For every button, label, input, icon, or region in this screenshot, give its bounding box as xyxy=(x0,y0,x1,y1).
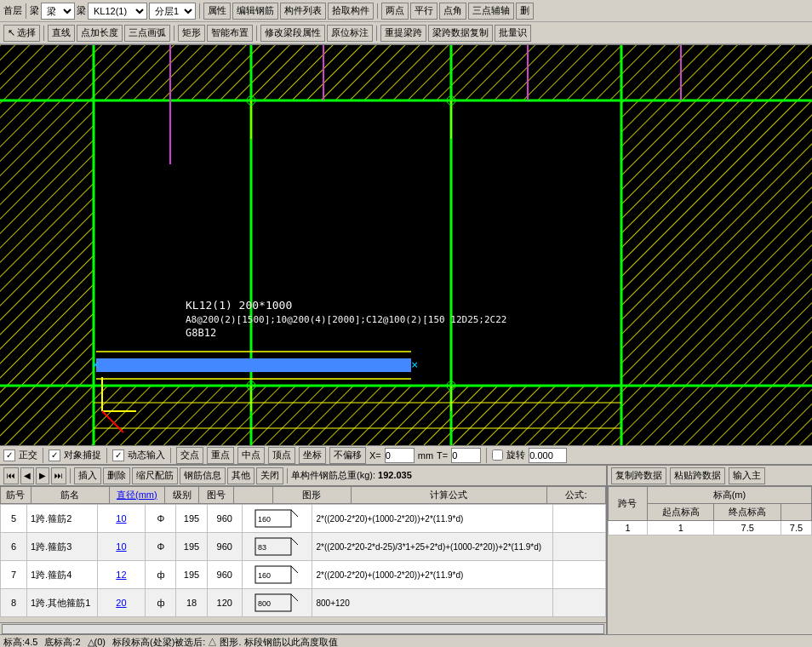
pick-btn[interactable]: 拾取构件 xyxy=(328,3,374,20)
line-btn[interactable]: 直线 xyxy=(48,25,75,42)
no-move-btn[interactable]: 不偏移 xyxy=(329,447,366,464)
info-bar: 标高:4.5 底标高:2 △(0) 标段标高(处梁)被选后: △ 图形. 标段钢… xyxy=(0,634,812,647)
heavy-btn[interactable]: 重点 xyxy=(207,447,234,464)
svg-rect-4 xyxy=(0,100,94,386)
three-arc-btn[interactable]: 三点画弧 xyxy=(124,25,170,42)
table-row[interactable]: 6 1跨.箍筋3 10 Φ 195 960 83 2*((200-2*20-2*… xyxy=(1,533,606,561)
vertex-btn[interactable]: 顶点 xyxy=(268,447,295,464)
cell-shape: 800 xyxy=(242,589,312,617)
intersect-btn[interactable]: 交点 xyxy=(176,447,203,464)
info-label3: △(0) xyxy=(88,637,106,647)
edit-rebar-btn[interactable]: 编辑钢筋 xyxy=(232,3,278,20)
delete-btn[interactable]: 删 xyxy=(516,3,534,20)
cell-shape: 160 xyxy=(242,505,312,533)
nav-last-btn[interactable]: ⏭ xyxy=(51,467,66,484)
copy-span-btn[interactable]: 复制跨数据 xyxy=(611,467,666,484)
rotate-check[interactable] xyxy=(492,449,503,461)
rect-btn[interactable]: 矩形 xyxy=(178,25,205,42)
select-icon: ↖ xyxy=(8,27,15,38)
canvas-background: KL12(1) 200*1000 A8@200(2)[1500];10@200(… xyxy=(0,45,812,445)
h-scrollbar[interactable] xyxy=(0,622,606,634)
cell-id: 7 xyxy=(1,561,27,589)
span-copy-btn[interactable]: 梁跨数据复制 xyxy=(428,25,493,42)
svg-text:A8@200(2)[1500];10@200(4)[2000: A8@200(2)[1500];10@200(4)[2000];C12@100(… xyxy=(186,314,507,325)
sep7 xyxy=(376,26,377,41)
dynamic-check[interactable]: ✓ xyxy=(112,449,124,461)
modify-btn[interactable]: 修改梁段属性 xyxy=(260,25,325,42)
th-name: 筋名 xyxy=(31,487,109,504)
cell-diam: 12 xyxy=(97,561,146,589)
th-extra xyxy=(781,504,811,521)
lower-panel: ⏮ ◀ ▶ ⏭ 插入 删除 缩尺配筋 钢筋信息 其他 关闭 单构件钢筋总重(kg… xyxy=(0,464,812,634)
svg-line-49 xyxy=(291,594,298,601)
cell-gongshi xyxy=(553,589,606,617)
span-id-cell: 1 xyxy=(609,521,648,535)
th-gongshi: 公式: xyxy=(546,487,605,504)
batch-btn[interactable]: 批量识 xyxy=(495,25,531,42)
close-btn[interactable]: 关闭 xyxy=(256,467,283,484)
table-row[interactable]: 7 1跨.箍筋4 12 ф 195 960 160 2*((200-2*20)+… xyxy=(1,561,606,589)
x-input[interactable] xyxy=(385,448,415,463)
th-start: 起点标高 xyxy=(647,504,714,521)
scroll-track[interactable] xyxy=(2,624,604,634)
cell-id: 6 xyxy=(1,533,27,561)
insert-btn[interactable]: 插入 xyxy=(74,467,101,484)
shape-svg: 83 xyxy=(254,535,300,558)
span-panel: 复制跨数据 粘贴跨数据 输入主 跨号 标高(m) 起点标高 终点标高 1 1 xyxy=(608,466,812,634)
cell-grade: Φ xyxy=(146,505,176,533)
parallel-btn[interactable]: 平行 xyxy=(410,3,437,20)
cell-diam: 20 xyxy=(97,589,146,617)
nav-prev-btn[interactable]: ◀ xyxy=(20,467,34,484)
t-input[interactable] xyxy=(451,448,481,463)
smart-btn[interactable]: 智能布置 xyxy=(207,25,253,42)
point-len-btn[interactable]: 点加长度 xyxy=(77,25,123,42)
beam-select[interactable]: 梁 xyxy=(41,3,75,20)
main-canvas: KL12(1) 200*1000 A8@200(2)[1500];10@200(… xyxy=(0,45,812,445)
th-span-id: 跨号 xyxy=(609,487,648,521)
cell-shape: 160 xyxy=(242,561,312,589)
cell-name: 1跨.其他箍筋1 xyxy=(26,589,97,617)
rebar-table-scroll[interactable]: 5 1跨.箍筋2 10 Φ 195 960 160 2*((200-2*20)+… xyxy=(0,504,606,622)
svg-text:G8B12: G8B12 xyxy=(186,327,216,339)
layer-select[interactable]: 分层1 xyxy=(149,3,196,20)
props-btn[interactable]: 属性 xyxy=(203,3,231,20)
table-row[interactable]: 8 1跨.其他箍筋1 20 ф 18 120 800 800+120 xyxy=(1,589,606,617)
cell-tuhao: 18 xyxy=(176,589,207,617)
scale-btn[interactable]: 缩尺配筋 xyxy=(132,467,178,484)
span-table-row[interactable]: 1 1 7.5 7.5 xyxy=(609,521,812,535)
midpoint-btn[interactable]: 中点 xyxy=(237,447,265,464)
shape-container: 83 xyxy=(246,535,309,558)
panel-delete-btn[interactable]: 删除 xyxy=(103,467,130,484)
sep-s2 xyxy=(106,448,107,463)
snap-check[interactable]: ✓ xyxy=(49,449,60,461)
two-point-btn[interactable]: 两点 xyxy=(381,3,409,20)
three-axis-btn[interactable]: 三点辅轴 xyxy=(468,3,514,20)
re-lift-btn[interactable]: 重提梁跨 xyxy=(380,25,426,42)
cell-grade: ф xyxy=(146,561,176,589)
other-btn[interactable]: 其他 xyxy=(227,467,254,484)
input-span-btn[interactable]: 输入主 xyxy=(729,467,765,484)
shape-container: 800 xyxy=(246,591,309,615)
sep-s4 xyxy=(486,448,487,463)
cell-name: 1跨.箍筋3 xyxy=(26,533,97,561)
rebar-info-btn[interactable]: 钢筋信息 xyxy=(180,467,226,484)
kl-select[interactable]: KL12(1) xyxy=(88,3,147,20)
paste-span-btn[interactable]: 粘贴跨数据 xyxy=(670,467,725,484)
nav-next-btn[interactable]: ▶ xyxy=(36,467,49,484)
svg-text:160: 160 xyxy=(258,515,271,524)
cell-name: 1跨.箍筋4 xyxy=(26,561,97,589)
toolbar-row-2: ↖ 选择 直线 点加长度 三点画弧 矩形 智能布置 修改梁段属性 原位标注 重提… xyxy=(0,22,812,44)
orthogonal-label: 正交 xyxy=(19,449,37,461)
orthogonal-check[interactable]: ✓ xyxy=(3,449,15,461)
svg-line-40 xyxy=(291,510,298,517)
table-row[interactable]: 5 1跨.箍筋2 10 Φ 195 960 160 2*((200-2*20)+… xyxy=(1,505,606,533)
svg-line-46 xyxy=(291,566,298,573)
origin-btn[interactable]: 原位标注 xyxy=(327,25,373,42)
component-list-btn[interactable]: 构件列表 xyxy=(280,3,326,20)
nav-first-btn[interactable]: ⏮ xyxy=(3,467,19,484)
cell-gongshi xyxy=(553,561,606,589)
point-angle-btn[interactable]: 点角 xyxy=(439,3,466,20)
rotate-input[interactable] xyxy=(529,448,567,463)
select-btn[interactable]: ↖ 选择 xyxy=(3,25,40,42)
coord-btn[interactable]: 坐标 xyxy=(299,447,326,464)
